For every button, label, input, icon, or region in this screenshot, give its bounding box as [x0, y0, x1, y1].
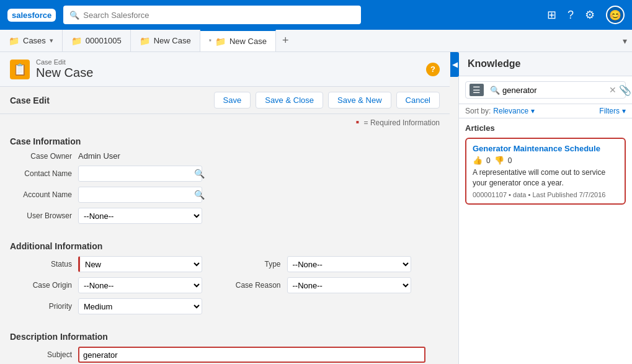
kn-attach-icon[interactable]: 📎 — [619, 84, 631, 96]
type-label: Type — [231, 260, 287, 269]
form-panel: 📋 Case Edit New Case ? Case Edit Save Sa… — [0, 52, 450, 364]
priority-select[interactable]: Medium — [78, 298, 202, 314]
case-owner-label: Case Owner — [10, 152, 78, 161]
case-origin-select[interactable]: --None-- — [78, 277, 202, 293]
subject-input[interactable] — [78, 347, 425, 363]
tab-asterisk: * — [209, 38, 211, 45]
kn-search-icon: 🔍 — [490, 86, 500, 95]
tab-00001005-label: 00001005 — [86, 36, 122, 45]
thumbs-down-icon[interactable]: 👎 — [494, 156, 504, 165]
sort-chevron: ▾ — [531, 107, 535, 115]
cases-tab-icon: 📁 — [9, 36, 19, 46]
sort-relevance-link[interactable]: Relevance — [493, 107, 528, 115]
contact-name-input[interactable] — [79, 169, 190, 179]
knowledge-title: Knowledge — [459, 52, 632, 76]
account-name-input-wrapper: 🔍 — [78, 187, 202, 203]
tab-cases[interactable]: 📁 Cases ▾ — [0, 30, 63, 51]
tab-end-arrow[interactable]: ▾ — [618, 30, 632, 51]
kn-clear-icon[interactable]: ✕ — [609, 85, 616, 95]
case-information-section: Case Information Case Owner Admin User C… — [0, 130, 450, 235]
main-layout: 📋 Case Edit New Case ? Case Edit Save Sa… — [0, 52, 632, 364]
case-reason-select[interactable]: --None-- — [287, 277, 411, 293]
cases-tab-label: Cases — [23, 36, 46, 45]
contact-name-lookup-icon[interactable]: 🔍 — [190, 169, 208, 179]
status-col: Status New — [10, 256, 219, 272]
knowledge-search-box: ☰ 🔍 ✕ 📎 — [465, 81, 626, 99]
tab-bar: 📁 Cases ▾ 📁 00001005 📁 New Case * 📁 New … — [0, 30, 632, 52]
user-browser-row: User Browser --None-- — [10, 208, 440, 224]
required-info: ▪ = Required Information — [0, 114, 450, 130]
tab-newcase2-label: New Case — [229, 37, 267, 46]
article-id: 000001107 — [473, 191, 507, 198]
priority-row: Priority Medium — [10, 298, 440, 314]
hamburger-icon[interactable]: ☰ — [470, 84, 484, 96]
search-icon: 🔍 — [69, 11, 79, 20]
edit-toolbar-label: Case Edit — [10, 95, 50, 105]
search-bar[interactable]: 🔍 — [63, 6, 361, 24]
knowledge-search-input[interactable] — [502, 86, 607, 95]
subject-label: Subject — [10, 350, 78, 359]
case-information-header: Case Information — [10, 130, 440, 151]
account-name-input[interactable] — [79, 190, 190, 200]
origin-reason-row: Case Origin --None-- Case Reason --None-… — [10, 277, 440, 293]
status-label: Status — [10, 260, 78, 269]
help-button[interactable]: ? — [426, 63, 440, 76]
page-header-text: Case Edit New Case — [36, 58, 93, 80]
article-data-type: data — [513, 191, 526, 198]
description-information-header: Description Information — [10, 326, 440, 347]
required-info-text: = Required Information — [364, 118, 440, 127]
additional-information-section: Additional Information Status New Type -… — [0, 235, 450, 326]
apps-icon[interactable]: ⊞ — [547, 8, 556, 22]
contact-name-row: Contact Name 🔍 — [10, 166, 440, 182]
article-description: A representative will come out to servic… — [473, 167, 618, 189]
description-information-section: Description Information Subject — [0, 326, 450, 364]
type-select[interactable]: --None-- — [287, 256, 411, 272]
user-browser-select[interactable]: --None-- — [78, 208, 202, 224]
page-title: New Case — [36, 66, 93, 80]
edit-toolbar: Case Edit Save Save & Close Save & New C… — [0, 87, 450, 114]
account-name-row: Account Name 🔍 — [10, 187, 440, 203]
case-origin-label: Case Origin — [10, 281, 78, 290]
thumbs-up-count: 0 — [486, 156, 491, 165]
cancel-button[interactable]: Cancel — [396, 92, 440, 109]
top-nav: salesforce 🔍 ⊞ ? ⚙ 😊 — [0, 0, 632, 30]
contact-name-input-wrapper: 🔍 — [78, 166, 202, 182]
thumbs-down-count: 0 — [508, 156, 512, 165]
save-close-button[interactable]: Save & Close — [256, 92, 323, 109]
article-votes: 👍 0 👎 0 — [473, 156, 618, 165]
case-origin-col: Case Origin --None-- — [10, 277, 219, 293]
cases-tab-chevron[interactable]: ▾ — [50, 37, 53, 45]
tab-newcase1[interactable]: 📁 New Case — [131, 30, 200, 51]
knowledge-sort-bar: Sort by: Relevance ▾ Filters ▾ — [459, 104, 632, 118]
subject-row: Subject — [10, 347, 440, 363]
thumbs-up-icon[interactable]: 👍 — [473, 156, 483, 165]
tab-newcase2[interactable]: * 📁 New Case — [200, 30, 276, 51]
case-header-icon: 📋 — [10, 60, 30, 79]
case-owner-row: Case Owner Admin User — [10, 151, 440, 161]
page-subtitle: Case Edit — [36, 58, 93, 66]
search-input[interactable] — [83, 11, 355, 20]
page-header: 📋 Case Edit New Case ? — [0, 52, 450, 87]
collapse-handle[interactable]: ◀ — [450, 52, 459, 77]
account-name-label: Account Name — [10, 190, 78, 199]
tab-00001005[interactable]: 📁 00001005 — [63, 30, 131, 51]
contact-name-label: Contact Name — [10, 169, 78, 178]
nav-icons: ⊞ ? ⚙ 😊 — [547, 6, 625, 24]
tab-newcase1-label: New Case — [154, 36, 191, 45]
status-select[interactable]: New — [78, 256, 202, 272]
filter-chevron: ▾ — [622, 107, 626, 115]
settings-icon[interactable]: ⚙ — [585, 8, 595, 22]
user-avatar[interactable]: 😊 — [606, 6, 625, 24]
article-title[interactable]: Generator Maintenance Schedule — [473, 144, 618, 153]
case-reason-label: Case Reason — [231, 281, 287, 290]
knowledge-panel: Knowledge ☰ 🔍 ✕ 📎 Sort by: Relevance ▾ F… — [458, 52, 632, 364]
article-card[interactable]: Generator Maintenance Schedule 👍 0 👎 0 A… — [465, 138, 626, 205]
user-browser-label: User Browser — [10, 211, 78, 220]
tab-add-button[interactable]: + — [276, 30, 295, 51]
filters-link[interactable]: Filters — [599, 107, 620, 115]
save-button[interactable]: Save — [214, 92, 251, 109]
save-new-button[interactable]: Save & New — [328, 92, 391, 109]
help-nav-icon[interactable]: ? — [567, 9, 574, 22]
account-name-lookup-icon[interactable]: 🔍 — [190, 190, 208, 200]
tab-newcase1-icon: 📁 — [140, 36, 150, 46]
